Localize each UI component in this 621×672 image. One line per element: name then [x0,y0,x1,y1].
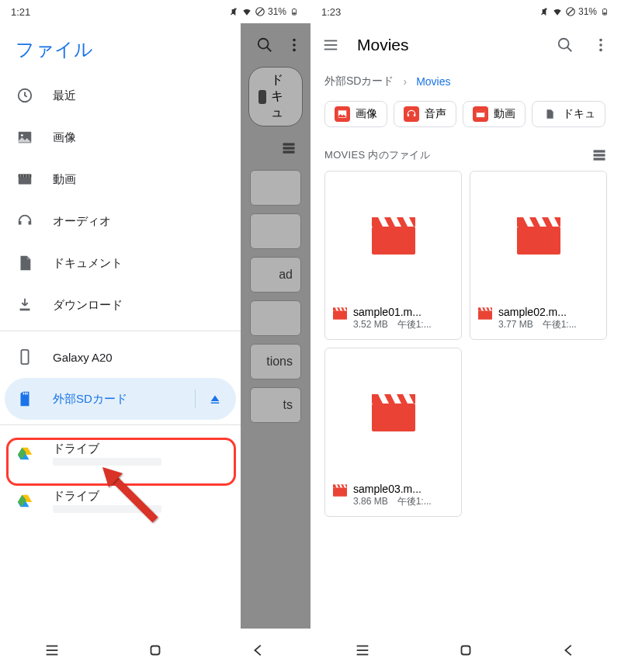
drawer-item-recent[interactable]: 最近 [0,74,241,116]
recents-button[interactable] [36,635,68,666]
home-button[interactable] [140,635,171,666]
hamburger-icon[interactable] [321,36,340,54]
drawer-label: Galaxy A20 [53,351,113,364]
battery-percent: 31% [578,6,597,17]
drawer-label: ドライブ [53,489,161,504]
audio-icon [404,106,419,122]
svg-rect-59 [372,404,415,431]
svg-rect-53 [372,227,415,255]
bg-row [250,300,301,336]
bg-row: ad [250,257,301,293]
svg-rect-27 [23,393,24,395]
no-signal-icon [255,6,265,17]
back-button[interactable] [553,635,585,666]
section-title: MOVIES 内のファイル [324,148,430,162]
video-icon [473,106,488,122]
svg-rect-19 [20,175,22,178]
video-clapper-icon [517,217,560,255]
back-button[interactable] [243,635,274,666]
svg-line-43 [567,47,572,52]
search-icon[interactable] [556,36,574,54]
drawer-item-videos[interactable]: 動画 [0,158,241,200]
svg-point-45 [599,43,602,47]
chevron-right-icon: › [403,75,407,88]
drawer-item-images[interactable]: 画像 [0,116,241,158]
svg-rect-12 [283,147,295,149]
svg-rect-32 [151,646,159,655]
drawer-item-device[interactable]: Galaxy A20 [0,336,241,378]
file-card[interactable]: sample02.m...3.77 MB 午後1:... [470,171,607,340]
svg-rect-25 [25,393,26,395]
no-signal-icon [565,6,576,17]
svg-rect-38 [603,12,605,14]
svg-rect-5 [293,12,295,14]
file-thumbnail [470,171,606,300]
file-name: sample01.m... [353,306,453,318]
svg-rect-4 [293,9,295,9]
drawer-label: 最近 [53,88,76,103]
wifi-icon [552,6,563,17]
svg-rect-51 [594,154,605,156]
svg-rect-37 [604,9,605,9]
file-card[interactable]: sample01.m...3.52 MB 午後1:... [324,171,462,340]
drive-account-redacted [53,505,161,513]
mute-icon [539,6,550,17]
drawer-item-downloads[interactable]: ダウンロード [0,284,241,326]
drawer-item-drive[interactable]: ドライブ [0,477,241,525]
divider [0,331,241,331]
svg-point-16 [21,134,23,137]
drawer-label: オーディオ [53,214,111,229]
svg-line-35 [567,9,573,15]
svg-point-46 [599,49,602,52]
bg-row: ts [250,387,301,423]
home-button[interactable] [450,635,481,666]
drawer-item-sdcard[interactable]: 外部SDカード [5,378,236,420]
file-thumbnail [325,348,461,476]
svg-point-42 [559,39,569,49]
phone-icon [16,348,34,366]
file-meta: 3.52 MB 午後1:... [353,318,453,331]
status-time: 1:21 [11,6,30,18]
file-card[interactable]: sample03.m...3.86 MB 午後1:... [324,348,462,517]
navigation-drawer: ファイル 最近 画像 動画 オーディオ ドキュメント ダウンロード Ga [0,23,241,629]
document-icon [16,254,34,272]
svg-point-6 [258,39,269,49]
chip-audio[interactable]: 音声 [394,101,456,127]
video-clapper-icon [372,394,415,431]
drawer-item-audio[interactable]: オーディオ [0,200,241,242]
bg-row [250,170,301,206]
breadcrumb-root[interactable]: 外部SDカード [324,74,394,88]
drive-icon [16,445,34,463]
svg-rect-57 [478,310,492,320]
drawer-item-drive[interactable]: ドライブ [0,430,241,477]
image-icon [335,106,350,122]
svg-rect-22 [29,175,30,178]
chip-documents[interactable]: ドキュ [532,101,605,127]
download-icon [16,296,34,314]
recents-button[interactable] [347,635,378,666]
drive-account-redacted [53,458,161,466]
file-name: sample02.m... [498,306,598,318]
sdcard-icon [16,390,34,408]
drawer-item-documents[interactable]: ドキュメント [0,242,241,284]
more-icon [286,36,303,54]
bg-chip-doc: ドキュ [271,72,293,121]
file-grid: sample01.m...3.52 MB 午後1:...sample02.m..… [310,171,621,517]
svg-rect-28 [211,403,220,404]
svg-point-10 [293,49,296,52]
more-icon[interactable] [592,36,610,54]
app-bar: Movies [310,23,621,67]
drawer-label: 動画 [53,172,76,187]
divider [0,424,241,425]
chip-images[interactable]: 画像 [324,101,387,127]
list-view-toggle[interactable] [592,147,607,163]
left-screenshot: 1:21 31% ドキュ ad tions ts [0,0,310,672]
breadcrumb-current[interactable]: Movies [416,75,450,88]
chip-videos[interactable]: 動画 [463,101,526,127]
svg-rect-23 [20,309,30,311]
battery-percent: 31% [268,6,286,17]
audio-icon [16,212,34,230]
svg-rect-52 [594,158,605,160]
video-clapper-icon [372,217,415,255]
eject-button[interactable] [195,390,222,408]
